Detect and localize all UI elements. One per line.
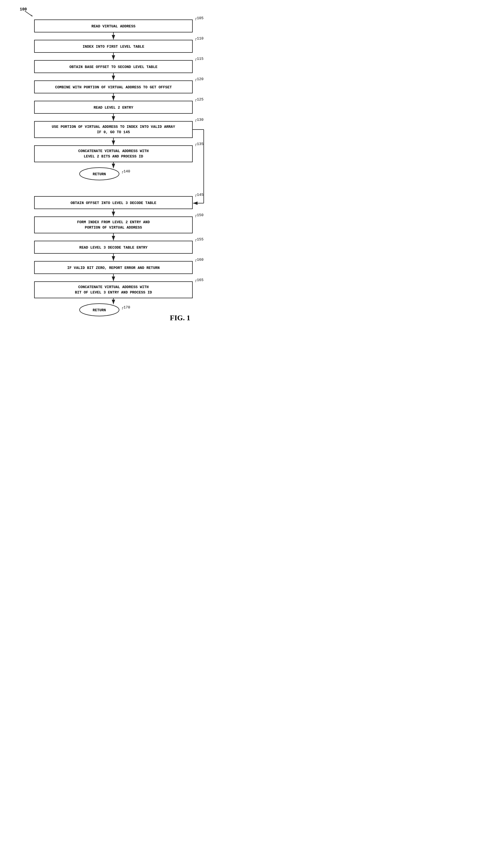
svg-text:FORM INDEX FROM LEVEL 2 ENTRY : FORM INDEX FROM LEVEL 2 ENTRY AND	[77, 220, 150, 224]
svg-text:┌155: ┌155	[195, 237, 204, 242]
svg-rect-41	[34, 217, 192, 233]
svg-text:┌160: ┌160	[195, 258, 204, 262]
svg-text:OBTAIN OFFSET INTO LEVEL 3 DEC: OBTAIN OFFSET INTO LEVEL 3 DECODE TABLE	[70, 201, 156, 205]
svg-text:┌115: ┌115	[195, 57, 204, 61]
svg-text:INDEX INTO FIRST LEVEL TABLE: INDEX INTO FIRST LEVEL TABLE	[82, 44, 144, 49]
svg-text:┌120: ┌120	[195, 77, 204, 82]
svg-text:CONCATENATE VIRTUAL ADDRESS WI: CONCATENATE VIRTUAL ADDRESS WITH	[78, 149, 149, 153]
flowchart-diagram: 100 ↘ READ VIRTUAL ADDRESS ┌105 INDEX IN…	[11, 6, 232, 426]
step-150: FORM INDEX FROM LEVEL 2 ENTRY AND PORTIO…	[34, 213, 204, 233]
svg-text:CONCATENATE VIRTUAL ADDRESS WI: CONCATENATE VIRTUAL ADDRESS WITH	[78, 285, 149, 289]
fig-label: FIG. 1	[170, 314, 190, 322]
svg-rect-26	[34, 146, 192, 162]
svg-text:READ LEVEL 2 ENTRY: READ LEVEL 2 ENTRY	[93, 105, 133, 110]
step-130: USE PORTION OF VIRTUAL ADDRESS TO INDEX …	[34, 118, 204, 138]
step-160: IF VALID BIT ZERO, REPORT ERROR AND RETU…	[34, 258, 204, 274]
svg-text:┌110: ┌110	[195, 36, 204, 41]
svg-text:┌165: ┌165	[195, 278, 204, 282]
step-135: CONCATENATE VIRTUAL ADDRESS WITH LEVEL 2…	[34, 142, 204, 162]
svg-text:IF VALID BIT ZERO, REPORT ERRO: IF VALID BIT ZERO, REPORT ERROR AND RETU…	[67, 266, 160, 270]
step-165: CONCATENATE VIRTUAL ADDRESS WITH BIT OF …	[34, 278, 204, 298]
step-125: READ LEVEL 2 ENTRY ┌125	[34, 97, 204, 114]
svg-text:RETURN: RETURN	[93, 172, 106, 176]
svg-text:┌140: ┌140	[121, 169, 130, 174]
svg-text:COMBINE WITH PORTION OF VIRTUA: COMBINE WITH PORTION OF VIRTUAL ADDRESS …	[55, 85, 172, 89]
label-arrow-head: ↘	[30, 13, 33, 18]
svg-text:READ VIRTUAL ADDRESS: READ VIRTUAL ADDRESS	[91, 24, 135, 29]
diagram-main-label: 100	[20, 7, 27, 11]
svg-text:USE PORTION OF VIRTUAL ADDRESS: USE PORTION OF VIRTUAL ADDRESS TO INDEX …	[52, 125, 175, 129]
svg-rect-54	[34, 282, 192, 298]
step-115: OBTAIN BASE OFFSET TO SECOND LEVEL TABLE…	[34, 57, 204, 73]
return-170: RETURN ┌170	[80, 304, 130, 316]
svg-text:BIT OF LEVEL 3 ENTRY AND PROCE: BIT OF LEVEL 3 ENTRY AND PROCESS ID	[75, 290, 152, 294]
svg-text:LEVEL 2 BITS AND PROCESS ID: LEVEL 2 BITS AND PROCESS ID	[84, 154, 143, 159]
diagram-label-container: 100 ↘	[11, 6, 232, 20]
step-110: INDEX INTO FIRST LEVEL TABLE ┌110	[34, 36, 204, 53]
svg-text:OBTAIN BASE OFFSET TO SECOND L: OBTAIN BASE OFFSET TO SECOND LEVEL TABLE	[69, 65, 157, 69]
svg-text:┌170: ┌170	[121, 305, 130, 310]
svg-text:RETURN: RETURN	[93, 308, 106, 312]
svg-text:┌125: ┌125	[195, 97, 204, 102]
svg-rect-21	[34, 121, 192, 138]
svg-text:READ LEVEL 3 DECODE TABLE ENTR: READ LEVEL 3 DECODE TABLE ENTRY	[79, 246, 148, 250]
svg-text:┌145: ┌145	[195, 193, 204, 197]
svg-text:┌130: ┌130	[195, 118, 204, 122]
step-145: OBTAIN OFFSET INTO LEVEL 3 DECODE TABLE …	[34, 193, 204, 209]
step-155: READ LEVEL 3 DECODE TABLE ENTRY ┌155	[34, 237, 204, 253]
step-120: COMBINE WITH PORTION OF VIRTUAL ADDRESS …	[34, 77, 204, 93]
svg-text:┌135: ┌135	[195, 142, 204, 147]
svg-text:IF 0, GO TO 145: IF 0, GO TO 145	[97, 130, 130, 134]
svg-text:PORTION OF VIRTUAL ADDRESS: PORTION OF VIRTUAL ADDRESS	[85, 225, 142, 230]
flow-svg: READ VIRTUAL ADDRESS ┌105 INDEX INTO FIR…	[20, 17, 223, 426]
svg-text:┌150: ┌150	[195, 213, 204, 218]
return-140: RETURN ┌140	[80, 167, 130, 180]
